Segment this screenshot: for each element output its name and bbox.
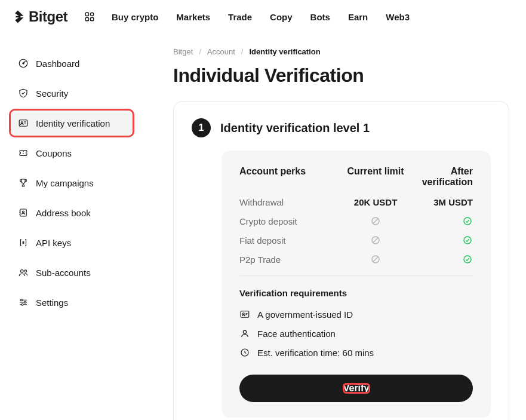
perk-row-fiat-deposit: Fiat deposit bbox=[239, 235, 473, 246]
perk-label: Fiat deposit bbox=[239, 235, 343, 246]
verify-button-label: Verify bbox=[343, 383, 370, 393]
perks-header-label: Account perks bbox=[239, 166, 343, 188]
svg-rect-0 bbox=[85, 13, 88, 16]
current-limit-header: Current limit bbox=[343, 166, 408, 188]
sidebar-item-label: API keys bbox=[36, 238, 71, 248]
sidebar-item-sub-accounts[interactable]: Sub-accounts bbox=[11, 260, 133, 285]
breadcrumb-root[interactable]: Bitget bbox=[173, 47, 193, 56]
brand-name: Bitget bbox=[29, 8, 67, 25]
sidebar-item-label: Identity verification bbox=[36, 118, 110, 128]
nav-web3[interactable]: Web3 bbox=[386, 12, 410, 22]
account-sidebar: Dashboard Security Identity verification… bbox=[0, 45, 143, 420]
after-verification-header: After verification bbox=[408, 166, 473, 188]
divider bbox=[239, 275, 473, 276]
svg-rect-1 bbox=[91, 13, 94, 16]
sidebar-item-label: Address book bbox=[36, 208, 91, 218]
sidebar-item-api-keys[interactable]: API keys bbox=[11, 230, 133, 255]
perk-label: Crypto deposit bbox=[239, 216, 343, 226]
svg-point-11 bbox=[24, 270, 27, 272]
card-title: Identity verification level 1 bbox=[220, 121, 370, 135]
id-card-icon bbox=[239, 309, 250, 320]
nav-earn[interactable]: Earn bbox=[348, 12, 368, 22]
perk-row-p2p-trade: P2p Trade bbox=[239, 254, 473, 265]
perk-label: P2p Trade bbox=[239, 255, 343, 265]
svg-point-14 bbox=[21, 303, 23, 305]
sidebar-item-label: Dashboard bbox=[36, 59, 79, 69]
top-nav: Bitget Buy crypto Markets Trade Copy Bot… bbox=[0, 0, 526, 34]
requirements-title: Verification requirements bbox=[239, 288, 473, 298]
svg-point-18 bbox=[464, 237, 471, 244]
svg-rect-2 bbox=[85, 18, 88, 21]
perks-panel: Account perks Current limit After verifi… bbox=[222, 151, 491, 418]
breadcrumb: Bitget / Account / Identity verification bbox=[173, 47, 509, 56]
clock-icon bbox=[239, 347, 250, 358]
perk-current-value: 20K USDT bbox=[343, 197, 408, 207]
requirement-gov-id: A government-issued ID bbox=[239, 309, 473, 320]
nav-markets[interactable]: Markets bbox=[176, 12, 210, 22]
blocked-icon bbox=[370, 216, 381, 226]
requirement-face-auth: Face authentication bbox=[239, 328, 473, 339]
brand-logo[interactable]: Bitget bbox=[12, 8, 67, 25]
sidebar-item-address-book[interactable]: Address book bbox=[11, 200, 133, 225]
sidebar-item-label: Sub-accounts bbox=[36, 268, 91, 278]
svg-point-22 bbox=[242, 313, 244, 315]
sidebar-item-label: Security bbox=[36, 88, 68, 99]
sidebar-item-my-campaigns[interactable]: My campaigns bbox=[11, 170, 133, 195]
blocked-icon bbox=[370, 235, 381, 246]
sidebar-item-label: My campaigns bbox=[36, 178, 94, 188]
address-book-icon bbox=[18, 207, 29, 218]
step-number-badge: 1 bbox=[192, 118, 211, 137]
apps-grid-icon[interactable] bbox=[84, 11, 95, 22]
svg-point-12 bbox=[21, 299, 23, 301]
breadcrumb-current: Identity verification bbox=[249, 47, 320, 56]
svg-point-7 bbox=[21, 122, 23, 124]
svg-point-10 bbox=[21, 270, 24, 273]
svg-rect-21 bbox=[241, 311, 249, 318]
requirement-label: Face authentication bbox=[257, 329, 336, 339]
breadcrumb-separator: / bbox=[199, 47, 201, 56]
sidebar-item-coupons[interactable]: Coupons bbox=[11, 140, 133, 165]
ticket-icon bbox=[18, 148, 29, 158]
breadcrumb-account[interactable]: Account bbox=[207, 47, 235, 56]
trophy-icon bbox=[18, 177, 29, 188]
sidebar-item-label: Settings bbox=[36, 298, 68, 308]
svg-rect-3 bbox=[91, 18, 94, 21]
perk-row-crypto-deposit: Crypto deposit bbox=[239, 216, 473, 226]
svg-point-5 bbox=[23, 63, 24, 64]
perk-row-withdrawal: Withdrawal 20K USDT 3M USDT bbox=[239, 197, 473, 207]
users-icon bbox=[18, 267, 29, 278]
user-icon bbox=[239, 328, 250, 339]
sidebar-item-identity-verification[interactable]: Identity verification bbox=[11, 111, 133, 136]
sidebar-item-settings[interactable]: Settings bbox=[11, 290, 133, 315]
nav-copy[interactable]: Copy bbox=[270, 12, 293, 22]
gauge-icon bbox=[18, 58, 29, 69]
check-circle-icon bbox=[462, 254, 473, 265]
blocked-icon bbox=[370, 254, 381, 265]
sliders-icon bbox=[18, 297, 29, 308]
nav-links: Buy crypto Markets Trade Copy Bots Earn … bbox=[112, 12, 410, 22]
svg-point-9 bbox=[23, 211, 24, 213]
nav-buy-crypto[interactable]: Buy crypto bbox=[112, 12, 158, 22]
requirement-label: A government-issued ID bbox=[257, 309, 353, 320]
perk-after-value: 3M USDT bbox=[408, 197, 473, 207]
svg-rect-6 bbox=[19, 120, 27, 127]
verify-button[interactable]: Verify bbox=[239, 375, 473, 402]
sidebar-item-label: Coupons bbox=[36, 148, 72, 158]
requirement-label: Est. verification time: 60 mins bbox=[257, 348, 374, 358]
bitget-logo-icon bbox=[12, 9, 27, 24]
nav-bots[interactable]: Bots bbox=[310, 12, 330, 22]
perk-label: Withdrawal bbox=[239, 197, 343, 207]
check-circle-icon bbox=[462, 216, 473, 226]
shield-icon bbox=[18, 88, 29, 99]
svg-point-13 bbox=[24, 302, 26, 303]
sidebar-item-security[interactable]: Security bbox=[11, 81, 133, 106]
breadcrumb-separator: / bbox=[241, 47, 244, 56]
check-circle-icon bbox=[462, 235, 473, 246]
svg-point-16 bbox=[464, 217, 471, 225]
nav-trade[interactable]: Trade bbox=[228, 12, 252, 22]
svg-point-23 bbox=[243, 330, 246, 333]
code-brackets-icon bbox=[18, 237, 29, 248]
sidebar-item-dashboard[interactable]: Dashboard bbox=[11, 51, 133, 76]
svg-point-20 bbox=[464, 256, 471, 263]
requirement-time: Est. verification time: 60 mins bbox=[239, 347, 473, 358]
